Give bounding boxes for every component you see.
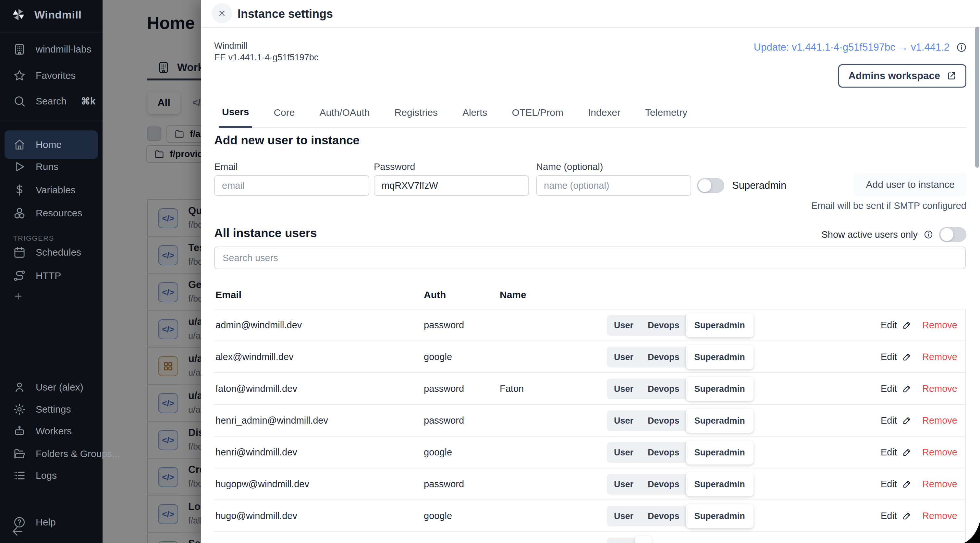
role-devops-button[interactable]: Devops [641,347,687,368]
edit-button[interactable]: Edit [881,320,912,330]
update-version-link[interactable]: Update: v1.441.1-4-g51f5197bc → v1.441.2 [754,41,950,53]
remove-button[interactable]: Remove [922,320,957,330]
edit-button[interactable]: Edit [881,352,912,362]
edit-label: Edit [881,320,897,330]
remove-button[interactable]: Remove [922,383,957,394]
user-email: henri@windmill.dev [215,437,297,468]
tab-telemetry[interactable]: Telemetry [642,98,690,127]
tab-registries[interactable]: Registries [391,98,441,127]
role-devops-button[interactable]: Devops [641,315,687,336]
role-user-button[interactable] [607,537,621,543]
edit-button[interactable]: Edit [881,447,912,458]
role-superadmin-button[interactable]: Superadmin [686,440,754,465]
edit-button[interactable]: Edit [881,511,912,521]
row-actions: Edit Remove [881,405,957,436]
sidebar: Windmill windmill-labs Favorites Search … [0,0,103,543]
tab-indexer[interactable]: Indexer [585,98,624,127]
role-superadmin-button[interactable]: Superadmin [686,409,754,433]
sidebar-item-http[interactable]: HTTP [0,264,103,287]
sidebar-item-resources[interactable]: Resources [0,202,103,225]
role-superadmin-button[interactable]: Superadmin [686,345,754,369]
role-user-button[interactable]: User [607,347,641,368]
email-field[interactable] [214,175,369,196]
name-field[interactable] [536,175,691,196]
user-auth: google [424,437,452,468]
smtp-note: Email will be sent if SMTP configured [811,200,966,211]
sidebar-item-runs[interactable]: Runs [0,155,103,178]
role-superadmin-button[interactable]: Superadmin [686,504,754,528]
remove-button[interactable]: Remove [922,511,957,521]
sidebar-item-workspace[interactable]: windmill-labs [0,38,103,61]
role-devops-button[interactable]: Devops [641,506,687,526]
show-active-label: Show active users only [821,229,918,240]
sidebar-item-logs[interactable]: Logs [0,464,103,487]
role-devops-button[interactable]: Devops [641,442,687,463]
sidebar-item-search[interactable]: Search ⌘k [0,89,103,113]
tab-alerts[interactable]: Alerts [459,98,491,127]
remove-button[interactable]: Remove [922,447,957,458]
info-icon[interactable] [924,230,933,240]
role-segmented-control: User Devops Superadmin [607,442,753,463]
edit-button[interactable]: Edit [881,479,912,489]
sidebar-item-home[interactable]: Home [5,130,98,159]
drawer-backdrop[interactable] [103,0,201,543]
sidebar-item-folders[interactable]: Folders & Groups... [0,442,103,465]
sidebar-item-user[interactable]: User (alex) [0,376,103,399]
remove-button[interactable]: Remove [922,415,957,426]
resources-label: Resources [36,208,82,219]
user-auth: password [424,310,464,341]
search-users-input[interactable] [214,246,966,269]
collapse-sidebar-arrow-icon[interactable] [11,525,24,538]
edit-button[interactable]: Edit [881,383,912,394]
password-field[interactable] [374,175,529,196]
admins-workspace-button[interactable]: Admins workspace [838,64,966,87]
edit-button[interactable]: Edit [881,415,912,426]
tab-users[interactable]: Users [219,98,252,128]
role-devops-button[interactable]: Devops [641,474,687,495]
drawer-scrollbar[interactable] [975,27,979,168]
close-button[interactable] [212,3,232,23]
sidebar-item-variables[interactable]: Variables [0,178,103,202]
folder-open-icon [13,447,26,460]
user-label: User (alex) [36,382,83,393]
sidebar-add-trigger[interactable] [0,284,103,308]
superadmin-toggle[interactable] [697,178,724,193]
user-auth: password [424,373,464,404]
role-devops-button[interactable]: Devops [641,379,687,399]
search-label: Search [36,96,67,107]
role-segmented-control: User Devops Superadmin [607,474,753,495]
add-user-button[interactable]: Add user to instance [854,173,966,196]
role-devops-button[interactable]: Devops [641,410,687,431]
row-actions: Edit Remove [881,341,957,372]
role-user-button[interactable]: User [607,379,641,399]
windmill-logo[interactable]: Windmill [11,7,81,22]
drawer-header: Instance settings [201,0,980,28]
role-user-button[interactable]: User [607,442,641,463]
show-active-toggle[interactable] [939,227,966,242]
password-label: Password [374,162,415,172]
role-user-button[interactable]: User [607,506,641,526]
role-superadmin-button[interactable] [635,536,652,543]
robot-icon [13,425,26,438]
pencil-icon [902,479,912,489]
role-superadmin-button[interactable]: Superadmin [686,377,754,401]
sidebar-item-favorites[interactable]: Favorites [0,64,103,87]
role-devops-button[interactable] [621,537,635,543]
sidebar-item-settings[interactable]: Settings [0,398,103,421]
tab-otel-prom[interactable]: OTEL/Prom [509,98,566,127]
user-name: Faton [500,373,524,404]
remove-button[interactable]: Remove [922,352,957,362]
role-segmented-control: User Devops Superadmin [607,347,753,368]
role-user-button[interactable]: User [607,410,641,431]
role-superadmin-button[interactable]: Superadmin [686,313,754,337]
role-superadmin-button[interactable]: Superadmin [686,472,754,496]
role-user-button[interactable]: User [607,315,641,336]
remove-button[interactable]: Remove [922,479,957,489]
tab-auth-oauth[interactable]: Auth/OAuth [316,98,373,127]
home-label: Home [36,139,62,150]
sidebar-item-schedules[interactable]: Schedules [0,241,103,264]
tab-core[interactable]: Core [270,98,298,127]
info-icon[interactable] [956,42,967,53]
sidebar-item-workers[interactable]: Workers [0,419,103,443]
role-user-button[interactable]: User [607,474,641,495]
